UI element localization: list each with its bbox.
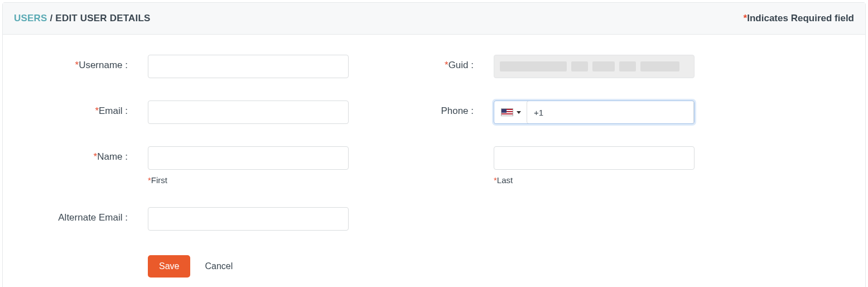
- required-field-note: *Indicates Required field: [744, 13, 854, 24]
- cancel-button[interactable]: Cancel: [202, 256, 235, 277]
- breadcrumb: USERS / EDIT USER DETAILS: [14, 13, 151, 24]
- alternate-email-field-wrap: [148, 207, 349, 231]
- email-field-wrap: [148, 101, 349, 124]
- save-button[interactable]: Save: [148, 255, 190, 278]
- name-label: *Name :: [14, 146, 148, 162]
- alternate-email-input[interactable]: [148, 207, 349, 231]
- username-field-wrap: [148, 55, 349, 78]
- username-input[interactable]: [148, 55, 349, 78]
- form-grid: *Username : *Guid : *Email :: [14, 55, 728, 278]
- guid-display: [494, 55, 695, 78]
- phone-label: Phone :: [349, 101, 494, 117]
- edit-user-panel: USERS / EDIT USER DETAILS *Indicates Req…: [2, 2, 866, 287]
- breadcrumb-separator: /: [47, 13, 56, 23]
- phone-input-group: [494, 101, 695, 124]
- form-actions: Save Cancel: [148, 255, 349, 278]
- last-name-sublabel: *Last: [494, 175, 695, 185]
- chevron-down-icon: [517, 111, 521, 114]
- email-input[interactable]: [148, 101, 349, 124]
- last-name-field-wrap: *Last: [494, 146, 695, 185]
- first-name-sublabel: *First: [148, 175, 349, 185]
- breadcrumb-root[interactable]: USERS: [14, 13, 47, 23]
- breadcrumb-current: EDIT USER DETAILS: [55, 13, 150, 23]
- us-flag-icon: [501, 108, 513, 116]
- alternate-email-label: Alternate Email :: [14, 207, 148, 223]
- phone-input[interactable]: [527, 101, 694, 124]
- panel-body: *Username : *Guid : *Email :: [3, 35, 865, 287]
- username-label: *Username :: [14, 55, 148, 71]
- guid-field-wrap: [494, 55, 695, 78]
- last-name-empty-label: [349, 146, 494, 151]
- country-flag-selector[interactable]: [494, 101, 527, 123]
- guid-label: *Guid :: [349, 55, 494, 71]
- first-name-input[interactable]: [148, 146, 349, 170]
- email-label: *Email :: [14, 101, 148, 117]
- panel-header: USERS / EDIT USER DETAILS *Indicates Req…: [3, 3, 865, 35]
- phone-field-wrap: [494, 101, 695, 124]
- first-name-field-wrap: *First: [148, 146, 349, 185]
- last-name-input[interactable]: [494, 146, 695, 170]
